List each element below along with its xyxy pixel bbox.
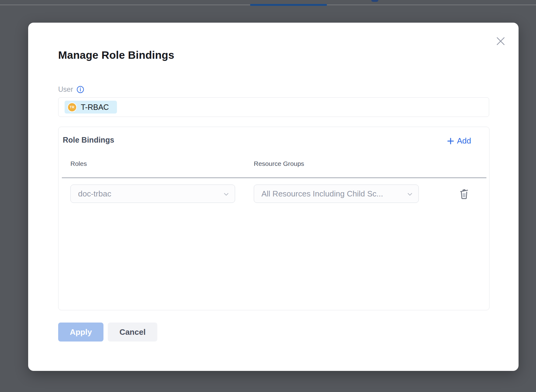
column-header-roles: Roles <box>70 160 87 167</box>
close-icon <box>496 36 505 46</box>
header-divider <box>62 177 486 178</box>
background-text-fragment <box>371 0 378 2</box>
close-button[interactable] <box>493 34 508 48</box>
add-button-label: Add <box>457 136 471 146</box>
chevron-down-icon <box>224 193 229 196</box>
role-dropdown[interactable]: doc-trbac <box>70 185 235 203</box>
user-label-row: User <box>58 85 84 94</box>
apply-button[interactable]: Apply <box>58 323 103 342</box>
role-dropdown-value: doc-trbac <box>78 189 111 199</box>
plus-icon <box>447 138 454 144</box>
user-select-field[interactable]: TR T-RBAC <box>58 97 489 117</box>
trash-icon <box>459 188 469 200</box>
add-role-binding-button[interactable]: Add <box>447 136 471 146</box>
role-bindings-panel: Role Bindings Add Roles Resource Groups … <box>58 127 489 310</box>
user-label: User <box>58 85 73 94</box>
info-icon[interactable] <box>77 86 84 93</box>
delete-binding-button[interactable] <box>457 186 471 201</box>
resource-group-dropdown[interactable]: All Resources Including Child Sc... <box>254 185 419 203</box>
resource-group-dropdown-value: All Resources Including Child Sc... <box>261 189 383 199</box>
user-avatar: TR <box>67 103 77 112</box>
manage-role-bindings-dialog: Manage Role Bindings User TR T-RBAC Role… <box>28 23 519 371</box>
role-bindings-heading: Role Bindings <box>63 136 114 144</box>
cancel-button[interactable]: Cancel <box>108 323 157 342</box>
selected-user-chip[interactable]: TR T-RBAC <box>65 101 117 114</box>
user-name: T-RBAC <box>81 103 109 112</box>
dialog-title: Manage Role Bindings <box>58 49 174 61</box>
background-active-tab-indicator <box>250 4 327 6</box>
chevron-down-icon <box>407 193 412 196</box>
column-header-resource-groups: Resource Groups <box>254 160 304 167</box>
